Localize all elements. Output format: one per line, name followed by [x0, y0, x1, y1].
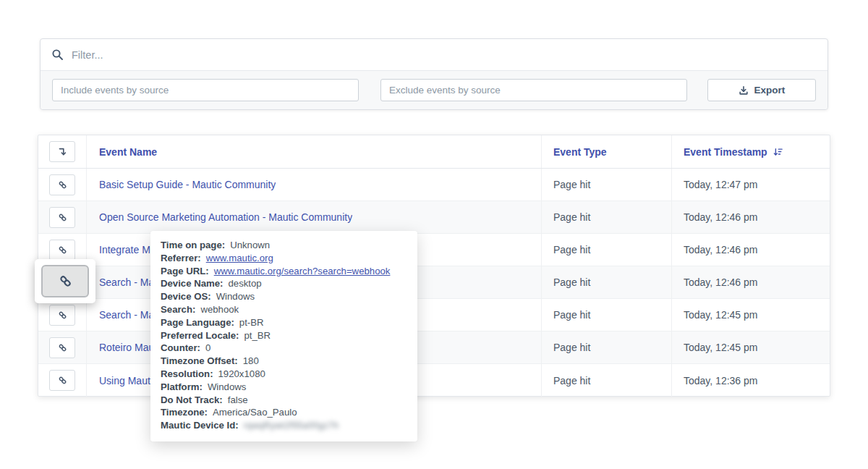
event-name-link[interactable]: Search - Ma: [99, 276, 154, 288]
event-name-link[interactable]: Search - Ma: [99, 309, 154, 321]
tooltip-field-label: Do Not Track:: [161, 394, 223, 405]
tooltip-field-value: false: [228, 394, 248, 405]
event-timestamp: Today, 12:46 pm: [684, 211, 757, 223]
tooltip-field-value: Windows: [216, 291, 255, 302]
tooltip-field-label: Referrer:: [161, 253, 201, 263]
event-details-tooltip: Time on page:Unknown Referrer:www.mautic…: [150, 231, 417, 441]
level-down-icon: [58, 147, 67, 156]
tooltip-field-value: desktop: [229, 278, 262, 289]
tooltip-field-label: Page Language:: [161, 317, 234, 328]
tooltip-field-value: pt_BR: [244, 330, 271, 341]
event-type: Page hit: [553, 244, 590, 255]
tooltip-field-label: Time on page:: [161, 240, 225, 250]
export-label: Export: [754, 85, 786, 96]
search-icon: [51, 48, 64, 61]
event-name-link[interactable]: Basic Setup Guide - Mautic Community: [99, 179, 276, 190]
tooltip-field-label: Timezone Offset:: [161, 355, 238, 366]
event-timestamp: Today, 12:46 pm: [684, 244, 757, 255]
tooltip-field-value: 180: [243, 355, 259, 366]
tooltip-field-label: Device Name:: [161, 278, 224, 289]
event-link-button[interactable]: [49, 370, 75, 391]
tooltip-field-value: 1920x1080: [218, 368, 265, 379]
event-timestamp: Today, 12:46 pm: [684, 276, 757, 288]
toggle-details-button[interactable]: [49, 141, 75, 162]
filter-panel: Export: [40, 38, 828, 110]
event-link-button-hovered[interactable]: [41, 265, 89, 297]
event-name-link[interactable]: Roteiro Mau: [99, 342, 154, 353]
event-type: Page hit: [553, 211, 590, 223]
page-url-link[interactable]: www.mautic.org/search?search=webhook: [214, 266, 391, 276]
link-icon: [58, 343, 67, 352]
event-type: Page hit: [553, 342, 590, 353]
tooltip-field-value: pt-BR: [239, 317, 264, 328]
event-link-button[interactable]: [49, 174, 75, 195]
column-header-event-timestamp[interactable]: Event Timestamp: [672, 135, 830, 168]
link-icon: [58, 213, 67, 222]
filter-row: [41, 39, 827, 71]
table-row: Open Source Marketing Automation - Mauti…: [38, 201, 830, 234]
export-button[interactable]: Export: [707, 79, 816, 101]
tooltip-field-label: Counter:: [161, 342, 200, 353]
event-timestamp: Today, 12:45 pm: [684, 309, 757, 321]
tooltip-field-label: Page URL:: [161, 266, 209, 276]
tooltip-field-label: Mautic Device Id:: [161, 420, 239, 431]
source-filter-row: Export: [41, 71, 827, 109]
download-icon: [739, 85, 749, 96]
tooltip-field-label: Resolution:: [161, 368, 213, 379]
event-type: Page hit: [553, 309, 590, 321]
event-name-link[interactable]: Open Source Marketing Automation - Mauti…: [99, 211, 352, 223]
column-header-event-type[interactable]: Event Type: [542, 135, 672, 168]
link-icon: [59, 274, 72, 288]
tooltip-field-label: Search:: [161, 304, 195, 315]
sort-desc-icon: [773, 147, 783, 157]
event-link-button[interactable]: [49, 337, 75, 358]
column-header-event-name[interactable]: Event Name: [87, 135, 542, 168]
event-link-button[interactable]: [49, 240, 75, 261]
include-events-input[interactable]: [52, 79, 359, 101]
table-row: Basic Setup Guide - Mautic Community Pag…: [38, 169, 830, 201]
event-type: Page hit: [553, 276, 590, 288]
event-timestamp: Today, 12:47 pm: [684, 179, 757, 190]
exclude-events-input[interactable]: [380, 79, 687, 101]
tooltip-field-value: Windows: [208, 381, 247, 392]
hovered-button-magnifier: [35, 259, 95, 303]
tooltip-field-label: Device OS:: [161, 291, 211, 302]
tooltip-field-value: America/Sao_Paulo: [213, 407, 297, 418]
tooltip-field-value: 0: [205, 342, 210, 353]
event-type: Page hit: [553, 179, 590, 190]
tooltip-field-label: Preferred Locale:: [161, 330, 239, 341]
tooltip-field-label: Timezone:: [161, 407, 208, 418]
event-name-link[interactable]: Integrate M: [99, 244, 150, 255]
page: Export Event Name Event Type Even: [0, 0, 868, 469]
mautic-device-id-redacted: rqwqRywt2f55a00gz7h: [244, 421, 339, 431]
tooltip-field-value: webhook: [200, 304, 239, 315]
tooltip-field-value: Unknown: [230, 240, 270, 250]
filter-input[interactable]: [72, 49, 817, 61]
event-name-link[interactable]: Using Mauti: [99, 375, 153, 386]
event-link-button[interactable]: [49, 305, 75, 326]
table-header-row: Event Name Event Type Event Timestamp: [38, 135, 830, 169]
link-icon: [58, 376, 67, 385]
link-icon: [58, 310, 67, 320]
referrer-link[interactable]: www.mautic.org: [206, 253, 273, 263]
event-timestamp: Today, 12:45 pm: [684, 342, 757, 353]
event-timestamp: Today, 12:36 pm: [684, 375, 757, 386]
event-link-button[interactable]: [49, 207, 75, 228]
link-icon: [58, 180, 67, 190]
link-icon: [58, 245, 67, 255]
tooltip-field-label: Platform:: [161, 381, 203, 392]
event-type: Page hit: [553, 375, 590, 386]
